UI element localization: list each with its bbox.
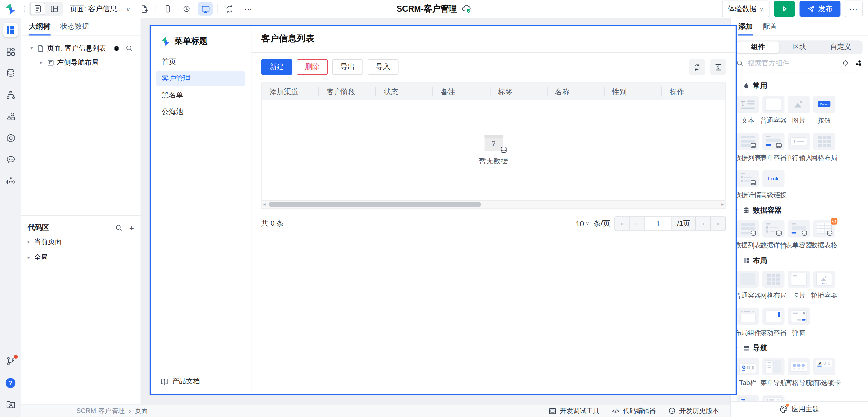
section-common[interactable]: ▾ 常用 [735, 81, 864, 91]
search-input[interactable] [747, 59, 838, 67]
tab-configure[interactable]: 配置 [763, 18, 777, 35]
code-group-current-page[interactable]: ▸ 当前页面 [28, 235, 134, 249]
menu-item-blacklist[interactable]: 黑名单 [156, 87, 245, 103]
component-item-input[interactable]: T 单行输入 [786, 133, 811, 163]
last-page-button[interactable]: » [711, 217, 725, 230]
column-header[interactable]: 名称 [547, 83, 604, 100]
segment-custom[interactable]: 自定义 [820, 41, 862, 53]
component-item-card[interactable]: 卡片 [786, 271, 811, 300]
section-data-containers[interactable]: ▾ 数据容器 [735, 205, 864, 215]
column-header[interactable]: 状态 [376, 83, 433, 100]
column-header[interactable]: 备注 [433, 83, 490, 100]
component-item-text[interactable]: T 文本 [735, 96, 761, 125]
scrollbar-thumb[interactable] [269, 202, 481, 207]
component-item-grid-layout[interactable]: 网格布局 [761, 271, 786, 300]
rail-item-version-control[interactable] [3, 354, 18, 368]
rail-item-data[interactable] [3, 66, 18, 80]
preview-run-button[interactable] [774, 1, 795, 17]
desktop-preview-button[interactable] [198, 2, 213, 16]
layout-view-button[interactable] [46, 3, 62, 15]
menu-title-row[interactable]: 菜单标题 [156, 36, 245, 46]
new-page-button[interactable] [137, 2, 151, 16]
column-header[interactable]: 标签 [490, 83, 547, 100]
material-shapes-icon[interactable] [854, 59, 862, 67]
component-item-scroll-container[interactable]: 滚动容器 [761, 308, 786, 338]
column-header-actions[interactable]: 操作 [662, 83, 725, 100]
add-code-icon[interactable]: + [129, 223, 134, 232]
topbar-more-button[interactable]: ··· [845, 1, 862, 17]
component-item-data-table[interactable]: 数据表格 [811, 220, 837, 250]
tab-state-data[interactable]: 状态数据 [60, 18, 89, 35]
component-item-modal[interactable]: 弹窗 [786, 308, 811, 338]
import-button[interactable]: 导入 [368, 59, 398, 75]
table-refresh-button[interactable] [689, 59, 705, 75]
canvas-page[interactable]: 菜单标题 首页 客户管理 黑名单 [150, 25, 737, 395]
tab-outline-tree[interactable]: 大纲树 [29, 18, 51, 35]
component-item-link[interactable]: Link 高级链接 [761, 170, 786, 200]
row-height-button[interactable] [710, 59, 726, 75]
node-search-icon[interactable] [126, 44, 133, 52]
menu-item-public-pool[interactable]: 公海池 [156, 104, 245, 120]
node-settings-icon[interactable] [113, 44, 120, 52]
next-page-button[interactable]: › [696, 217, 711, 230]
tab-add[interactable]: 添加 [738, 18, 753, 35]
publish-button[interactable]: 发布 [800, 1, 841, 17]
new-button[interactable]: 新建 [261, 59, 292, 75]
menu-item-home[interactable]: 首页 [156, 54, 245, 70]
delete-button[interactable]: 删除 [297, 59, 328, 75]
rail-item-resources[interactable] [3, 109, 18, 123]
scroll-left-icon[interactable]: ◂ [262, 201, 267, 208]
watch-preview-button[interactable] [180, 2, 194, 16]
rail-item-pages[interactable] [3, 23, 18, 37]
component-item-container[interactable]: 普通容器 [735, 271, 761, 300]
rail-item-feedback[interactable] [3, 152, 18, 166]
section-navigation[interactable]: ▾ 导航 [735, 343, 864, 353]
tree-node-page[interactable]: ▾ 页面: 客户信息列表 [26, 41, 135, 55]
menu-item-customer-management[interactable]: 客户管理 [156, 71, 245, 86]
page-size-select[interactable]: 10 ∨ [576, 219, 589, 227]
component-item-carousel[interactable]: 轮播容器 [811, 271, 837, 300]
segment-components[interactable]: 组件 [737, 41, 779, 53]
component-item-button[interactable]: Button 按钮 [811, 96, 837, 125]
component-item-top-tabs[interactable]: A B C 顶部选项卡 [811, 358, 837, 388]
column-header[interactable]: 性别 [605, 83, 662, 100]
product-doc-link[interactable]: 产品文档 [156, 377, 245, 386]
column-header[interactable]: 添加渠道 [262, 83, 319, 100]
refresh-button[interactable] [222, 2, 236, 16]
rail-item-settings[interactable] [3, 131, 18, 145]
page-header[interactable]: 客户信息列表 [251, 26, 736, 53]
component-item-tab-bar[interactable]: Tab栏 [735, 358, 761, 388]
prev-page-button[interactable]: ‹ [630, 217, 645, 230]
toolbar-more-button[interactable]: ··· [241, 2, 255, 16]
component-item-side-tabs[interactable]: 侧边选项卡 [735, 395, 761, 401]
component-item-data-detail[interactable]: 数据详情 [735, 170, 761, 200]
app-theme-button[interactable]: 应用主题 [731, 401, 868, 417]
segment-blocks[interactable]: 区块 [779, 41, 820, 53]
page-view-button[interactable] [30, 3, 45, 15]
canvas-area[interactable]: 菜单标题 首页 客户管理 黑名单 [141, 18, 730, 404]
mobile-preview-button[interactable] [161, 2, 175, 16]
section-layout[interactable]: ▾ 布局 [735, 256, 864, 265]
rail-item-logic-flow[interactable] [3, 87, 18, 102]
locate-component-icon[interactable] [842, 59, 849, 67]
scroll-right-icon[interactable]: ▸ [719, 201, 725, 208]
export-button[interactable]: 导出 [332, 59, 363, 75]
code-group-global[interactable]: ▸ 全局 [28, 250, 134, 264]
horizontal-scrollbar[interactable]: ◂ ▸ [262, 200, 725, 208]
breadcrumb[interactable]: SCRM-客户管理 › 页面 [76, 406, 148, 416]
component-item-data-list[interactable]: 数据列表 [735, 133, 761, 163]
component-item-data-detail[interactable]: 数据详情 [761, 220, 786, 250]
rail-item-components[interactable] [3, 44, 18, 59]
rail-item-account[interactable] [3, 397, 18, 411]
rail-item-ai-assistant[interactable] [3, 174, 18, 188]
rail-item-help[interactable]: ? [3, 376, 18, 390]
tree-node-left-nav-layout[interactable]: ▸ 左侧导航布局 [26, 55, 135, 70]
column-header[interactable]: 客户阶段 [319, 83, 376, 100]
code-search-icon[interactable] [115, 224, 122, 231]
component-item-menu-nav[interactable]: 菜单导航 [761, 358, 786, 388]
component-item-form-container[interactable]: 表单容器 [786, 220, 811, 250]
component-item-form-container[interactable]: 表单容器 [761, 133, 786, 163]
component-item-container[interactable]: 普通容器 [761, 96, 786, 125]
component-item-layout-component[interactable]: 布局组件 [735, 308, 761, 338]
experience-data-button[interactable]: 体验数据 ∨ [722, 1, 769, 17]
